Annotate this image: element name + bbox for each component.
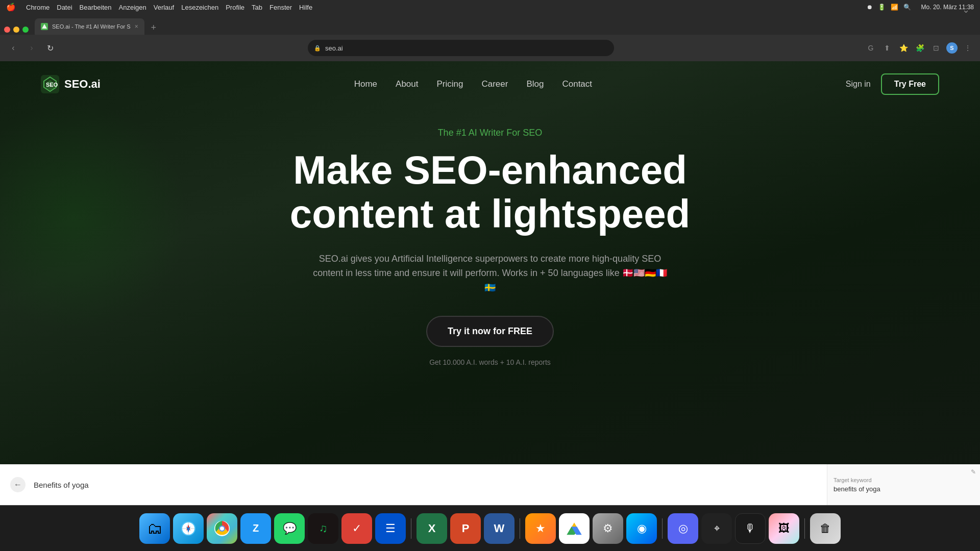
nav-right-actions: Sign in Try Free <box>846 73 939 95</box>
menu-tab[interactable]: Tab <box>252 4 262 11</box>
dock-item-trash[interactable]: 🗑 <box>810 513 841 544</box>
minimize-window-button[interactable] <box>13 27 19 33</box>
tab-close-button[interactable]: × <box>135 23 138 30</box>
macos-menubar: 🍎 Chrome Datei Bearbeiten Anzeigen Verla… <box>0 0 980 14</box>
tab-list-button[interactable]: ⌄ <box>962 4 970 15</box>
dock-item-quicksilver[interactable]: ⌖ <box>701 513 732 544</box>
tab-bar: SEO.ai - The #1 AI Writer For S × + ⌄ <box>0 14 980 35</box>
url-text: seo.ai <box>325 44 343 52</box>
hero-tagline: The #1 AI Writer For SEO <box>41 128 939 138</box>
dock-separator <box>411 518 411 539</box>
extensions-icon[interactable]: 🧩 <box>914 42 926 54</box>
dock-separator-2 <box>520 518 520 539</box>
editor-right-panel: Target keyword benefits of yoga ✎ <box>827 464 980 505</box>
edit-icon[interactable]: ✎ <box>971 468 976 475</box>
target-keyword-value: benefits of yoga <box>834 485 974 493</box>
dock-item-spotify[interactable]: ♫ <box>308 513 338 544</box>
bookmark-icon[interactable]: ⭐ <box>897 42 910 54</box>
nav-home[interactable]: Home <box>354 79 377 89</box>
browser-chrome: SEO.ai - The #1 AI Writer For S × + ⌄ ‹ … <box>0 14 980 61</box>
back-button[interactable]: ‹ <box>6 41 20 55</box>
record-icon: ⏺ <box>867 4 873 11</box>
menu-lesezeichen[interactable]: Lesezeichen <box>181 4 218 11</box>
nav-blog[interactable]: Blog <box>526 79 544 89</box>
nav-about[interactable]: About <box>396 79 418 89</box>
sign-in-button[interactable]: Sign in <box>846 80 871 89</box>
menu-datei[interactable]: Datei <box>57 4 72 11</box>
hero-title-line1: Make SEO-enhanced <box>293 147 687 192</box>
close-window-button[interactable] <box>4 27 10 33</box>
browser-tab-active[interactable]: SEO.ai - The #1 AI Writer For S × <box>35 18 144 35</box>
svg-text:SEO: SEO <box>46 82 58 88</box>
dock-item-word[interactable]: W <box>484 513 514 544</box>
dock-item-whatsapp[interactable]: 💬 <box>274 513 305 544</box>
maximize-window-button[interactable] <box>22 27 29 33</box>
dock-item-discord[interactable]: ◎ <box>668 513 698 544</box>
menu-hilfe[interactable]: Hilfe <box>299 4 312 11</box>
hero-cta-subtext: Get 10.000 A.I. words + 10 A.I. reports <box>429 358 551 366</box>
menu-items: Chrome Datei Bearbeiten Anzeigen Verlauf… <box>26 4 312 11</box>
nav-pricing[interactable]: Pricing <box>436 79 463 89</box>
editor-back-button[interactable]: ← <box>10 477 26 492</box>
split-view-icon[interactable]: ⊡ <box>930 42 942 54</box>
dock-item-gdrive[interactable] <box>559 513 590 544</box>
dock: 🗂 Z 💬 ♫ ✓ ☰ X P W ★ ⚙ ◉ ◎ ⌖ <box>0 505 980 551</box>
hero-section: The #1 AI Writer For SEO Make SEO-enhanc… <box>0 107 980 366</box>
logo-text: SEO.ai <box>64 78 101 91</box>
reload-button[interactable]: ↻ <box>43 41 57 55</box>
svg-marker-0 <box>42 24 47 29</box>
dock-item-trello[interactable]: ☰ <box>375 513 406 544</box>
bottom-editor-panel: ← Target keyword benefits of yoga ✎ <box>0 464 980 505</box>
google-icon[interactable]: G <box>865 42 877 54</box>
new-tab-button[interactable]: + <box>146 20 161 35</box>
hero-cta-button[interactable]: Try it now for FREE <box>426 316 554 347</box>
site-navigation: SEO SEO.ai Home About Pricing Career Blo… <box>0 61 980 107</box>
apple-logo-icon[interactable]: 🍎 <box>6 3 16 12</box>
target-keyword-label: Target keyword <box>834 477 974 483</box>
menu-verlauf[interactable]: Verlauf <box>154 4 174 11</box>
site-logo[interactable]: SEO SEO.ai <box>41 75 101 93</box>
dock-item-finder[interactable]: 🗂 <box>139 513 170 544</box>
address-bar: ‹ › ↻ 🔒 seo.ai G ⬆ ⭐ 🧩 ⊡ S ⋮ <box>0 35 980 61</box>
hero-description: SEO.ai gives you Artificial Intelligence… <box>311 252 669 295</box>
website-content: SEO SEO.ai Home About Pricing Career Blo… <box>0 61 980 505</box>
dock-item-excel[interactable]: X <box>416 513 447 544</box>
dock-item-safari[interactable] <box>173 513 204 544</box>
dock-item-settings[interactable]: ⚙ <box>593 513 623 544</box>
search-menu-icon[interactable]: 🔍 <box>903 4 911 11</box>
nav-links: Home About Pricing Career Blog Contact <box>354 79 592 89</box>
dock-separator-4 <box>804 518 805 539</box>
dock-item-todoist[interactable]: ✓ <box>341 513 372 544</box>
tab-favicon <box>41 23 48 30</box>
share-icon[interactable]: ⬆ <box>881 42 893 54</box>
nav-career[interactable]: Career <box>481 79 508 89</box>
dock-item-voice[interactable]: 🎙 <box>735 513 766 544</box>
chrome-menu-icon[interactable]: ⋮ <box>962 42 974 54</box>
dock-separator-3 <box>662 518 663 539</box>
url-bar[interactable]: 🔒 seo.ai <box>308 40 614 56</box>
menu-chrome[interactable]: Chrome <box>26 4 50 11</box>
menu-profile[interactable]: Profile <box>226 4 244 11</box>
dock-item-chrome[interactable] <box>207 513 237 544</box>
battery-icon: 🔋 <box>878 4 886 11</box>
dock-item-powerpoint[interactable]: P <box>450 513 481 544</box>
try-free-nav-button[interactable]: Try Free <box>881 73 939 95</box>
dock-item-preview[interactable]: 🖼 <box>769 513 799 544</box>
menu-bearbeiten[interactable]: Bearbeiten <box>80 4 112 11</box>
browser-actions: G ⬆ ⭐ 🧩 ⊡ S ⋮ <box>865 42 974 54</box>
hero-title-line2: content at lightspeed <box>290 191 690 236</box>
tab-title: SEO.ai - The #1 AI Writer For S <box>52 23 131 30</box>
profile-avatar[interactable]: S <box>946 42 958 54</box>
forward-button[interactable]: › <box>24 41 39 55</box>
menu-anzeigen[interactable]: Anzeigen <box>119 4 146 11</box>
dock-item-reeder[interactable]: ★ <box>525 513 556 544</box>
dock-item-mimestream[interactable]: ◉ <box>626 513 657 544</box>
dock-item-zoom[interactable]: Z <box>240 513 271 544</box>
wifi-icon: 📶 <box>891 4 898 11</box>
nav-contact[interactable]: Contact <box>562 79 592 89</box>
menu-fenster[interactable]: Fenster <box>270 4 292 11</box>
menubar-right-icons: ⏺ 🔋 📶 🔍 Mo. 20. März 11:38 <box>867 4 974 11</box>
logo-icon: SEO <box>41 75 59 93</box>
lock-icon: 🔒 <box>314 45 321 52</box>
hero-title: Make SEO-enhanced content at lightspeed <box>41 148 939 236</box>
